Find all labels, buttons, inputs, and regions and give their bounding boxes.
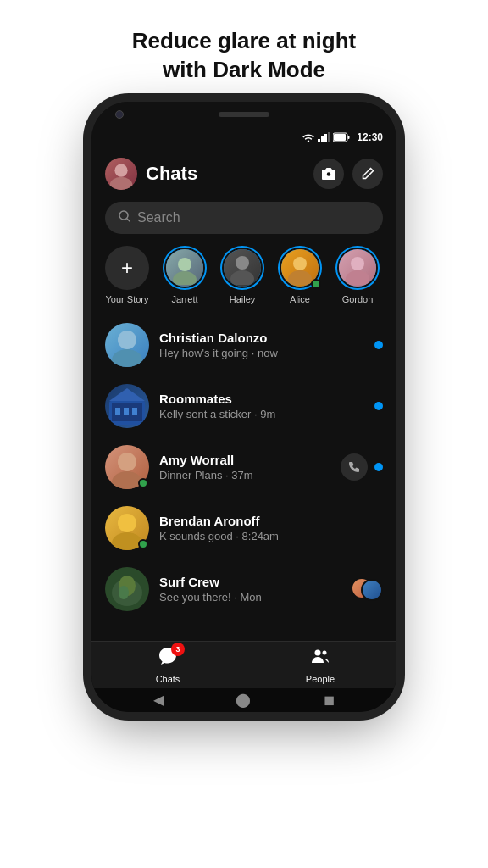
status-time: 12:30	[357, 131, 383, 143]
amy-info: Amy Worrall Dinner Plans · 37m	[159, 453, 330, 481]
brendan-name: Brendan Aronoff	[159, 514, 373, 528]
status-icons: 12:30	[302, 131, 383, 143]
svg-point-14	[236, 256, 249, 270]
nav-chats[interactable]: 3 Chats	[92, 646, 244, 684]
chat-item-amy[interactable]: Amy Worrall Dinner Plans · 37m	[92, 437, 396, 498]
amy-preview: Dinner Plans · 37m	[159, 469, 330, 481]
svg-point-33	[119, 586, 129, 599]
app-title: Chats	[146, 163, 305, 185]
roommates-name: Roommates	[159, 392, 364, 406]
svg-rect-0	[318, 139, 320, 142]
roommates-info: Roommates Kelly sent a sticker · 9m	[159, 392, 364, 420]
svg-point-17	[288, 270, 312, 285]
search-icon	[119, 210, 130, 225]
surf-preview: See you there! · Mon	[159, 591, 341, 604]
amy-name: Amy Worrall	[159, 453, 330, 467]
hailey-label: Hailey	[230, 294, 256, 304]
chats-label: Chats	[156, 674, 180, 684]
svg-point-13	[173, 271, 197, 285]
people-nav-icon	[310, 646, 330, 671]
page-headline: Reduce glare at night with Dark Mode	[98, 0, 390, 102]
battery-icon	[333, 132, 350, 142]
recents-button[interactable]: ◼	[324, 692, 335, 708]
story-item-jarrett[interactable]: Jarrett	[163, 246, 207, 304]
surf-info: Surf Crew See you there! · Mon	[159, 575, 341, 604]
wifi-icon	[302, 132, 314, 142]
stories-row: + Your Story Jarrett	[92, 242, 396, 314]
story-item-alice[interactable]: Alice	[278, 246, 322, 304]
svg-point-35	[323, 650, 327, 654]
phone-device: 12:30 Chats	[92, 102, 396, 712]
christian-name: Christian Dalonzo	[159, 331, 364, 345]
chat-item-surf[interactable]: Surf Crew See you there! · Mon	[92, 559, 396, 620]
svg-rect-5	[334, 134, 346, 141]
chats-nav-icon: 3	[158, 646, 178, 671]
brendan-avatar	[105, 506, 149, 550]
svg-point-20	[118, 331, 136, 349]
gordon-label: Gordon	[342, 294, 374, 304]
christian-right	[374, 341, 383, 349]
surf-group-avatars	[351, 577, 383, 601]
christian-info: Christian Dalonzo Hey how's it going · n…	[159, 331, 364, 359]
add-story-button[interactable]: +	[105, 246, 149, 290]
svg-point-7	[114, 164, 127, 176]
people-label: People	[306, 674, 335, 684]
svg-point-16	[293, 257, 307, 270]
chat-item-christian[interactable]: Christian Dalonzo Hey how's it going · n…	[92, 314, 396, 376]
christian-unread-dot	[374, 341, 383, 349]
bottom-nav: 3 Chats People	[92, 641, 396, 688]
svg-rect-2	[324, 134, 327, 142]
phone-camera	[115, 110, 124, 119]
chats-badge: 3	[171, 643, 185, 656]
phone-speaker	[219, 112, 269, 117]
svg-rect-6	[348, 136, 350, 139]
svg-point-9	[326, 171, 331, 176]
svg-point-8	[110, 176, 133, 189]
surf-avatar	[105, 567, 149, 611]
brendan-preview: K sounds good · 8:24am	[159, 530, 373, 542]
svg-point-28	[112, 471, 142, 489]
app-screen: Chats	[92, 147, 396, 688]
nav-people[interactable]: People	[244, 646, 396, 684]
svg-rect-26	[132, 408, 137, 415]
amy-right	[341, 453, 383, 481]
search-bar[interactable]: Search	[105, 202, 383, 234]
svg-point-18	[351, 257, 364, 270]
svg-rect-3	[328, 132, 330, 142]
back-button[interactable]: ◀	[153, 692, 164, 708]
edit-button[interactable]	[352, 159, 383, 189]
svg-point-30	[112, 532, 142, 550]
amy-unread-dot	[374, 463, 383, 471]
svg-rect-25	[124, 408, 129, 415]
amy-call-button[interactable]	[341, 453, 368, 481]
roommates-avatar	[105, 384, 149, 428]
roommates-preview: Kelly sent a sticker · 9m	[159, 408, 364, 420]
story-item-your-story[interactable]: + Your Story	[105, 246, 149, 304]
chat-item-roommates[interactable]: Roommates Kelly sent a sticker · 9m	[92, 376, 396, 437]
christian-avatar	[105, 323, 149, 367]
svg-point-27	[118, 453, 136, 471]
camera-button[interactable]	[313, 159, 344, 189]
my-avatar[interactable]	[105, 158, 137, 190]
svg-rect-1	[321, 136, 324, 142]
app-header: Chats	[92, 147, 396, 197]
svg-point-34	[315, 649, 321, 655]
amy-avatar	[105, 445, 149, 489]
status-bar: 12:30	[92, 127, 396, 147]
story-item-hailey[interactable]: Hailey	[220, 246, 264, 304]
phone-top-bar	[92, 102, 396, 127]
brendan-info: Brendan Aronoff K sounds good · 8:24am	[159, 514, 373, 542]
alice-online-dot	[311, 279, 321, 289]
svg-point-19	[346, 270, 369, 285]
alice-label: Alice	[290, 294, 310, 304]
search-placeholder: Search	[137, 210, 180, 225]
story-item-gordon[interactable]: Gordon	[336, 246, 380, 304]
home-button[interactable]: ⬤	[236, 692, 251, 708]
svg-point-29	[118, 514, 136, 532]
signal-icon	[318, 132, 330, 142]
roommates-unread-dot	[374, 402, 383, 410]
chat-item-brendan[interactable]: Brendan Aronoff K sounds good · 8:24am	[92, 498, 396, 559]
svg-point-15	[230, 270, 254, 285]
surf-right	[351, 577, 383, 601]
jarrett-label: Jarrett	[171, 294, 197, 304]
